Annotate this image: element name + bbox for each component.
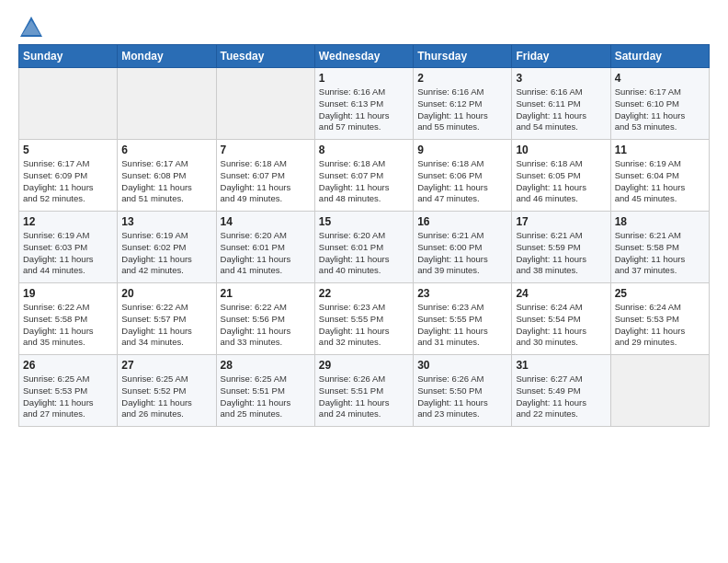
calendar-cell: 11Sunrise: 6:19 AM Sunset: 6:04 PM Dayli… <box>610 140 709 212</box>
day-info: Sunrise: 6:25 AM Sunset: 5:51 PM Dayligh… <box>221 373 311 420</box>
day-info: Sunrise: 6:19 AM Sunset: 6:03 PM Dayligh… <box>23 230 113 277</box>
calendar-cell: 20Sunrise: 6:22 AM Sunset: 5:57 PM Dayli… <box>118 283 216 355</box>
calendar-cell: 6Sunrise: 6:17 AM Sunset: 6:08 PM Daylig… <box>118 140 216 212</box>
calendar-cell <box>19 68 118 140</box>
calendar-cell: 28Sunrise: 6:25 AM Sunset: 5:51 PM Dayli… <box>216 355 314 427</box>
calendar-cell: 9Sunrise: 6:18 AM Sunset: 6:06 PM Daylig… <box>414 140 512 212</box>
calendar-cell: 30Sunrise: 6:26 AM Sunset: 5:50 PM Dayli… <box>414 355 512 427</box>
day-info: Sunrise: 6:22 AM Sunset: 5:57 PM Dayligh… <box>121 302 211 349</box>
day-info: Sunrise: 6:23 AM Sunset: 5:55 PM Dayligh… <box>417 302 507 349</box>
day-number: 26 <box>23 359 113 372</box>
calendar-cell: 15Sunrise: 6:20 AM Sunset: 6:01 PM Dayli… <box>314 212 413 283</box>
day-info: Sunrise: 6:22 AM Sunset: 5:58 PM Dayligh… <box>23 302 113 349</box>
day-number: 29 <box>319 359 409 372</box>
calendar-cell: 5Sunrise: 6:17 AM Sunset: 6:09 PM Daylig… <box>19 140 118 212</box>
col-header-monday: Monday <box>118 45 216 68</box>
day-number: 7 <box>221 144 311 156</box>
calendar-cell: 26Sunrise: 6:25 AM Sunset: 5:53 PM Dayli… <box>19 355 118 427</box>
header <box>18 15 710 40</box>
calendar-table: SundayMondayTuesdayWednesdayThursdayFrid… <box>18 44 710 427</box>
calendar-cell <box>216 68 314 140</box>
calendar-cell: 23Sunrise: 6:23 AM Sunset: 5:55 PM Dayli… <box>414 283 512 355</box>
day-number: 14 <box>221 215 311 228</box>
day-number: 4 <box>615 72 705 85</box>
day-number: 21 <box>221 287 311 300</box>
day-number: 30 <box>417 359 507 372</box>
day-info: Sunrise: 6:17 AM Sunset: 6:08 PM Dayligh… <box>121 158 211 205</box>
svg-marker-1 <box>22 20 40 35</box>
day-info: Sunrise: 6:16 AM Sunset: 6:13 PM Dayligh… <box>319 86 409 133</box>
calendar-cell: 7Sunrise: 6:18 AM Sunset: 6:07 PM Daylig… <box>216 140 314 212</box>
day-number: 27 <box>121 359 211 372</box>
calendar-cell: 31Sunrise: 6:27 AM Sunset: 5:49 PM Dayli… <box>512 355 610 427</box>
day-number: 23 <box>417 287 507 300</box>
day-number: 22 <box>319 287 409 300</box>
day-number: 20 <box>121 287 211 300</box>
week-row-2: 5Sunrise: 6:17 AM Sunset: 6:09 PM Daylig… <box>19 140 710 212</box>
col-header-saturday: Saturday <box>610 45 709 68</box>
day-number: 24 <box>516 287 606 300</box>
day-info: Sunrise: 6:20 AM Sunset: 6:01 PM Dayligh… <box>221 230 311 277</box>
calendar-cell: 1Sunrise: 6:16 AM Sunset: 6:13 PM Daylig… <box>314 68 413 140</box>
day-info: Sunrise: 6:21 AM Sunset: 6:00 PM Dayligh… <box>417 230 507 277</box>
day-number: 12 <box>23 215 113 228</box>
day-info: Sunrise: 6:19 AM Sunset: 6:04 PM Dayligh… <box>615 158 705 205</box>
day-number: 19 <box>23 287 113 300</box>
day-info: Sunrise: 6:24 AM Sunset: 5:54 PM Dayligh… <box>516 302 606 349</box>
day-info: Sunrise: 6:20 AM Sunset: 6:01 PM Dayligh… <box>319 230 409 277</box>
day-info: Sunrise: 6:17 AM Sunset: 6:10 PM Dayligh… <box>615 86 705 133</box>
week-row-1: 1Sunrise: 6:16 AM Sunset: 6:13 PM Daylig… <box>19 68 710 140</box>
calendar-cell: 10Sunrise: 6:18 AM Sunset: 6:05 PM Dayli… <box>512 140 610 212</box>
day-number: 18 <box>615 215 705 228</box>
calendar-cell: 3Sunrise: 6:16 AM Sunset: 6:11 PM Daylig… <box>512 68 610 140</box>
day-info: Sunrise: 6:19 AM Sunset: 6:02 PM Dayligh… <box>121 230 211 277</box>
calendar-cell: 21Sunrise: 6:22 AM Sunset: 5:56 PM Dayli… <box>216 283 314 355</box>
day-number: 6 <box>121 144 211 156</box>
week-row-4: 19Sunrise: 6:22 AM Sunset: 5:58 PM Dayli… <box>19 283 710 355</box>
day-number: 2 <box>417 72 507 85</box>
calendar-cell: 4Sunrise: 6:17 AM Sunset: 6:10 PM Daylig… <box>610 68 709 140</box>
calendar-cell: 24Sunrise: 6:24 AM Sunset: 5:54 PM Dayli… <box>512 283 610 355</box>
day-number: 8 <box>319 144 409 156</box>
day-number: 11 <box>615 144 705 156</box>
day-number: 9 <box>417 144 507 156</box>
calendar-cell: 17Sunrise: 6:21 AM Sunset: 5:59 PM Dayli… <box>512 212 610 283</box>
day-info: Sunrise: 6:23 AM Sunset: 5:55 PM Dayligh… <box>319 302 409 349</box>
col-header-friday: Friday <box>512 45 610 68</box>
calendar-cell: 16Sunrise: 6:21 AM Sunset: 6:00 PM Dayli… <box>414 212 512 283</box>
logo <box>18 15 48 40</box>
day-info: Sunrise: 6:16 AM Sunset: 6:12 PM Dayligh… <box>417 86 507 133</box>
day-info: Sunrise: 6:26 AM Sunset: 5:50 PM Dayligh… <box>417 373 507 420</box>
day-info: Sunrise: 6:21 AM Sunset: 5:58 PM Dayligh… <box>615 230 705 277</box>
calendar-cell: 18Sunrise: 6:21 AM Sunset: 5:58 PM Dayli… <box>610 212 709 283</box>
calendar-header-row: SundayMondayTuesdayWednesdayThursdayFrid… <box>19 45 710 68</box>
day-info: Sunrise: 6:26 AM Sunset: 5:51 PM Dayligh… <box>319 373 409 420</box>
day-number: 3 <box>516 72 606 85</box>
page-container: SundayMondayTuesdayWednesdayThursdayFrid… <box>0 0 728 436</box>
day-number: 25 <box>615 287 705 300</box>
day-info: Sunrise: 6:25 AM Sunset: 5:52 PM Dayligh… <box>121 373 211 420</box>
day-info: Sunrise: 6:18 AM Sunset: 6:07 PM Dayligh… <box>319 158 409 205</box>
calendar-cell: 22Sunrise: 6:23 AM Sunset: 5:55 PM Dayli… <box>314 283 413 355</box>
col-header-tuesday: Tuesday <box>216 45 314 68</box>
day-info: Sunrise: 6:18 AM Sunset: 6:05 PM Dayligh… <box>516 158 606 205</box>
day-info: Sunrise: 6:16 AM Sunset: 6:11 PM Dayligh… <box>516 86 606 133</box>
day-number: 15 <box>319 215 409 228</box>
day-number: 17 <box>516 215 606 228</box>
day-number: 1 <box>319 72 409 85</box>
day-number: 31 <box>516 359 606 372</box>
col-header-thursday: Thursday <box>414 45 512 68</box>
calendar-cell: 25Sunrise: 6:24 AM Sunset: 5:53 PM Dayli… <box>610 283 709 355</box>
day-info: Sunrise: 6:27 AM Sunset: 5:49 PM Dayligh… <box>516 373 606 420</box>
day-info: Sunrise: 6:17 AM Sunset: 6:09 PM Dayligh… <box>23 158 113 205</box>
week-row-3: 12Sunrise: 6:19 AM Sunset: 6:03 PM Dayli… <box>19 212 710 283</box>
day-number: 16 <box>417 215 507 228</box>
day-info: Sunrise: 6:24 AM Sunset: 5:53 PM Dayligh… <box>615 302 705 349</box>
day-info: Sunrise: 6:18 AM Sunset: 6:06 PM Dayligh… <box>417 158 507 205</box>
calendar-cell: 19Sunrise: 6:22 AM Sunset: 5:58 PM Dayli… <box>19 283 118 355</box>
day-number: 13 <box>121 215 211 228</box>
calendar-cell: 12Sunrise: 6:19 AM Sunset: 6:03 PM Dayli… <box>19 212 118 283</box>
day-number: 10 <box>516 144 606 156</box>
calendar-cell: 2Sunrise: 6:16 AM Sunset: 6:12 PM Daylig… <box>414 68 512 140</box>
col-header-sunday: Sunday <box>19 45 118 68</box>
